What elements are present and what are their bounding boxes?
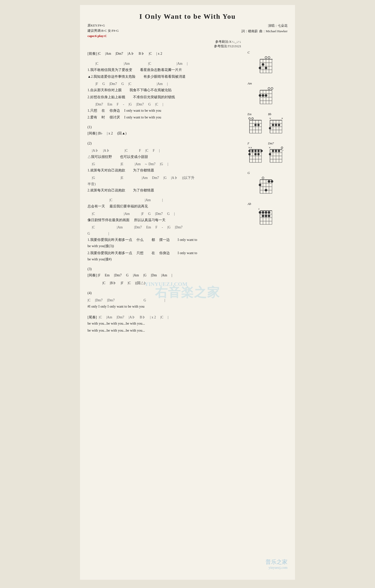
outro-label: [尾奏] [88, 314, 97, 320]
brand-url: yinyuezj.com [266, 566, 288, 570]
intro-line: [前奏] |C |Am |Dm7 |A♭ B♭ |C | x 2 [88, 50, 198, 57]
svg-point-25 [268, 87, 270, 89]
section3-label: (3) [88, 266, 198, 272]
svg-point-78 [254, 153, 257, 155]
svg-point-108 [259, 184, 261, 186]
chord-diagram-Ab: Ab 4 [245, 202, 288, 228]
svg-point-124 [262, 211, 264, 214]
verse2-lyric2: 2.好想在你身上贴上标籤 不准你目光突破我的封锁线 [88, 94, 198, 100]
svg-point-126 [268, 211, 270, 214]
svg-point-129 [268, 215, 270, 217]
chord-pair-em-bb: Em [245, 112, 288, 137]
meta-left: 原KEY:F#-G 建议男调:B-C 女:F#-G capo:6 play:C [88, 23, 119, 38]
svg-point-14 [265, 67, 267, 69]
lyricist-composer: 詞：楼南蔚 曲：Michael Hawker [242, 28, 288, 34]
svg-text:4: 4 [258, 208, 260, 210]
fingering-pattern: 参考指法:T1213121 [214, 44, 241, 48]
svg-point-59 [269, 127, 271, 129]
section2c-chords: |G |E |Am Dm7 |G |A♭ |(以下升半音) [88, 175, 198, 187]
svg-text:✕: ✕ [269, 146, 271, 149]
svg-point-57 [275, 124, 277, 126]
svg-point-91 [281, 147, 283, 149]
svg-point-94 [275, 150, 277, 152]
brand-name: 普乐之家 [266, 558, 288, 566]
svg-point-93 [272, 150, 274, 152]
svg-point-110 [271, 180, 273, 183]
svg-point-11 [268, 56, 270, 58]
svg-point-95 [278, 150, 280, 152]
svg-point-29 [259, 94, 261, 97]
chord-grid-Dm7: ✕ * [268, 146, 285, 165]
section4-label: (4) [88, 290, 198, 296]
chord-grid-Bb: ✕ ✕ [268, 117, 285, 136]
outro-lyric1: be with you...be with you...be with you.… [88, 320, 198, 327]
page: I Only Want to be With You 原KEY:F#-G 建议男… [80, 5, 295, 580]
verse1-chords: |C |Am |C |Am | [88, 60, 198, 67]
outro-lyric2: be with you...be with you...be with you.… [88, 327, 198, 334]
section3c-lyric1: 1.我要你爱我比昨天都多一点 什么 都 摆一边 I only want to b… [88, 237, 198, 249]
svg-point-73 [252, 150, 254, 152]
chord-grid-G [258, 176, 275, 196]
section3c-lyric2: 2.我要你爱我比昨天都多一点 只想 在 你身边 I only want to b… [88, 250, 198, 262]
chord-grid-C [258, 55, 275, 75]
svg-point-128 [265, 215, 267, 217]
svg-point-56 [272, 124, 274, 126]
section3-lyric1: 总会有一天 最后我们要幸福的说再见 [88, 203, 198, 209]
interlude3b: |C |B♭ |F |C |(回△) [88, 280, 198, 286]
verse2-lyric1: 1.自从那天和你对上眼 我食不下嚥心不在焉被沦陷 [88, 87, 198, 93]
svg-point-123 [259, 211, 261, 214]
section2b-lyric1: 1.就算每天对自己说抱款 为了你都情愿 [88, 167, 198, 173]
svg-point-43 [258, 124, 260, 126]
svg-text:✕✕: ✕✕ [248, 146, 252, 149]
verse3-lyric2: 2.爱有 时 很讨厌 I only want to be with you [88, 114, 198, 120]
verse3-chords: |Dm7 Em F - |G |Dm7 G |C | [88, 101, 198, 107]
svg-point-13 [259, 67, 261, 69]
section1-label: (1) [88, 124, 198, 130]
svg-point-42 [254, 124, 257, 126]
strum-pattern: 参考刷法:X↑↓_↓↑↓ [214, 39, 241, 44]
meta-right: 演唱：七朵花 詞：楼南蔚 曲：Michael Hawker [242, 23, 288, 38]
chord-grid-Am [258, 86, 275, 106]
chord-diagram-Dm7: Dm7 ✕ * [268, 142, 285, 166]
original-key: 原KEY:F#-G [88, 23, 119, 28]
svg-point-58 [278, 124, 280, 126]
verse1-lyric2: ▲2.我知道爱你这件事情太危险 有多少眼睛等着看我被消遣 [88, 73, 198, 80]
section4-chords: |C |Dm7 |Dm7 G | [88, 297, 198, 303]
svg-text:*: * [282, 149, 284, 152]
chord-diagrams: C [245, 50, 288, 334]
section3b-lyric: 像日剧情节停在最美的画面 所以认真温习每一天 [88, 217, 198, 223]
song-content: [前奏] |C |Am |Dm7 |A♭ B♭ |C | x 2 |C |Am … [88, 50, 198, 334]
svg-point-109 [268, 180, 270, 183]
verse2-chords: |F G |Dm7 G |C |Am | [88, 81, 198, 87]
svg-text:✕: ✕ [281, 117, 283, 120]
verse3-lyric1: 1.只想 在 你身边 I only want to be with you [88, 107, 198, 114]
svg-point-27 [262, 94, 264, 97]
svg-point-79 [258, 153, 260, 155]
song-title: I Only Want to be With You [88, 12, 288, 20]
svg-text:✕: ✕ [269, 117, 271, 120]
verse1-lyric1: 1.我不敢相信我竟为了爱改变 看星座杂志数着花瓣一片片 [88, 67, 198, 73]
svg-point-111 [265, 189, 267, 191]
chord-diagram-Em: Em [248, 112, 264, 137]
chord-diagram-C: C [245, 50, 288, 76]
section2b-chords: |G |E |Am ～ Dm7 |G | [88, 161, 198, 167]
svg-point-77 [248, 153, 251, 155]
svg-point-26 [271, 87, 273, 89]
section2-lyric: △我可以很狂野 也可以变成小甜甜 [88, 154, 198, 160]
svg-point-107 [262, 177, 264, 179]
section2-label: (2) [88, 140, 198, 146]
chord-diagram-Bb: Bb ✕ ✕ [268, 112, 285, 137]
chord-grid-Em [248, 117, 264, 136]
section2b-lyric2: 2.就算每天对自己说抱款 为了你都情愿 [88, 187, 198, 193]
section2-chords: |A♭ |A♭ |C F |C F | [88, 147, 198, 154]
svg-point-76 [260, 150, 263, 152]
interlude1: [间奏] |B♭ | x 2 (回▲) [88, 130, 198, 136]
svg-point-127 [262, 215, 264, 217]
chord-diagram-G: G [245, 171, 288, 197]
svg-point-75 [258, 150, 260, 152]
chord-grid-F: ✕✕ 1 [248, 146, 264, 165]
performer: 演唱：七朵花 [242, 23, 288, 28]
svg-point-125 [265, 211, 267, 214]
interlude3: [间奏] |F Em |Dm7 G |Am |G |Dm |Am | [88, 272, 198, 278]
svg-point-96 [269, 153, 271, 155]
